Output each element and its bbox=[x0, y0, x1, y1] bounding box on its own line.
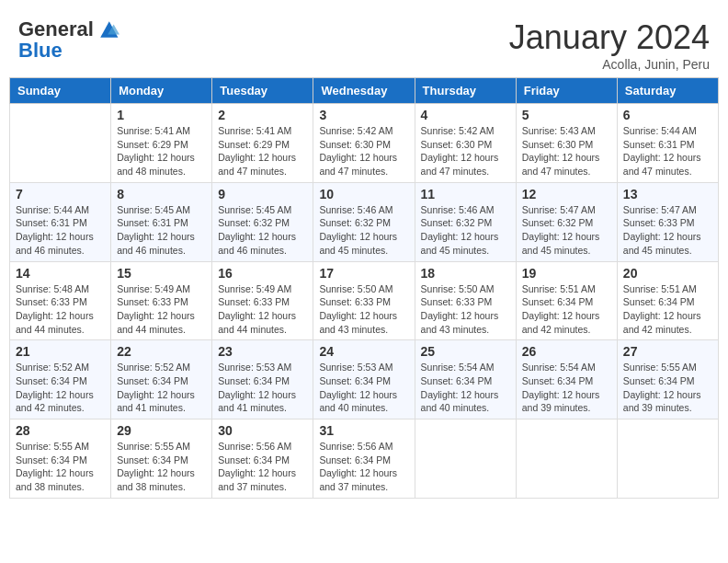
calendar-cell: 7 Sunrise: 5:44 AM Sunset: 6:31 PM Dayli… bbox=[10, 182, 111, 261]
calendar-cell: 3 Sunrise: 5:42 AM Sunset: 6:30 PM Dayli… bbox=[313, 104, 415, 183]
calendar-cell: 18 Sunrise: 5:50 AM Sunset: 6:33 PM Dayl… bbox=[415, 261, 516, 340]
day-header-sunday: Sunday bbox=[10, 78, 111, 104]
day-number: 13 bbox=[623, 187, 712, 201]
day-info: Sunrise: 5:51 AM Sunset: 6:34 PM Dayligh… bbox=[623, 283, 701, 335]
day-number: 7 bbox=[16, 187, 105, 201]
day-info: Sunrise: 5:55 AM Sunset: 6:34 PM Dayligh… bbox=[16, 441, 94, 492]
calendar-cell bbox=[617, 419, 718, 499]
day-number: 16 bbox=[218, 266, 307, 281]
day-info: Sunrise: 5:53 AM Sunset: 6:34 PM Dayligh… bbox=[319, 362, 397, 413]
day-info: Sunrise: 5:56 AM Sunset: 6:34 PM Dayligh… bbox=[218, 441, 296, 492]
day-info: Sunrise: 5:42 AM Sunset: 6:30 PM Dayligh… bbox=[421, 125, 499, 177]
calendar-cell: 1 Sunrise: 5:41 AM Sunset: 6:29 PM Dayli… bbox=[111, 104, 212, 183]
day-info: Sunrise: 5:45 AM Sunset: 6:31 PM Dayligh… bbox=[117, 204, 195, 256]
day-info: Sunrise: 5:50 AM Sunset: 6:33 PM Dayligh… bbox=[319, 283, 397, 335]
day-number: 31 bbox=[319, 423, 408, 438]
day-info: Sunrise: 5:49 AM Sunset: 6:33 PM Dayligh… bbox=[218, 283, 296, 335]
day-info: Sunrise: 5:47 AM Sunset: 6:33 PM Dayligh… bbox=[623, 204, 701, 256]
day-info: Sunrise: 5:48 AM Sunset: 6:33 PM Dayligh… bbox=[16, 283, 94, 335]
calendar-cell: 29 Sunrise: 5:55 AM Sunset: 6:34 PM Dayl… bbox=[111, 419, 212, 499]
calendar-cell bbox=[516, 419, 617, 499]
calendar-cell: 11 Sunrise: 5:46 AM Sunset: 6:32 PM Dayl… bbox=[415, 182, 516, 261]
day-number: 3 bbox=[319, 108, 408, 122]
calendar-cell: 20 Sunrise: 5:51 AM Sunset: 6:34 PM Dayl… bbox=[617, 261, 718, 340]
calendar-cell: 17 Sunrise: 5:50 AM Sunset: 6:33 PM Dayl… bbox=[313, 261, 415, 340]
day-number: 18 bbox=[421, 266, 510, 281]
day-number: 2 bbox=[218, 108, 307, 122]
logo-blue: Blue bbox=[18, 39, 63, 62]
day-number: 17 bbox=[319, 266, 408, 281]
calendar-cell: 28 Sunrise: 5:55 AM Sunset: 6:34 PM Dayl… bbox=[10, 419, 111, 499]
day-number: 29 bbox=[117, 423, 206, 438]
day-info: Sunrise: 5:41 AM Sunset: 6:29 PM Dayligh… bbox=[218, 125, 296, 177]
calendar-cell: 9 Sunrise: 5:45 AM Sunset: 6:32 PM Dayli… bbox=[212, 182, 313, 261]
calendar-cell: 25 Sunrise: 5:54 AM Sunset: 6:34 PM Dayl… bbox=[415, 340, 516, 419]
day-info: Sunrise: 5:55 AM Sunset: 6:34 PM Dayligh… bbox=[623, 362, 701, 413]
calendar-cell: 23 Sunrise: 5:53 AM Sunset: 6:34 PM Dayl… bbox=[212, 340, 313, 419]
calendar-table: SundayMondayTuesdayWednesdayThursdayFrid… bbox=[9, 77, 719, 499]
logo-general: General bbox=[18, 19, 94, 40]
logo-icon bbox=[97, 18, 119, 40]
calendar-cell: 5 Sunrise: 5:43 AM Sunset: 6:30 PM Dayli… bbox=[516, 104, 617, 183]
day-header-monday: Monday bbox=[111, 78, 212, 104]
calendar-cell: 6 Sunrise: 5:44 AM Sunset: 6:31 PM Dayli… bbox=[617, 104, 718, 183]
calendar-cell: 4 Sunrise: 5:42 AM Sunset: 6:30 PM Dayli… bbox=[415, 104, 516, 183]
calendar-cell: 10 Sunrise: 5:46 AM Sunset: 6:32 PM Dayl… bbox=[313, 182, 415, 261]
day-number: 15 bbox=[117, 266, 206, 281]
day-header-friday: Friday bbox=[516, 78, 617, 104]
day-header-saturday: Saturday bbox=[617, 78, 718, 104]
day-number: 14 bbox=[16, 266, 105, 281]
day-info: Sunrise: 5:51 AM Sunset: 6:34 PM Dayligh… bbox=[522, 283, 600, 335]
day-info: Sunrise: 5:42 AM Sunset: 6:30 PM Dayligh… bbox=[319, 125, 397, 177]
day-number: 20 bbox=[623, 266, 712, 281]
day-number: 27 bbox=[623, 344, 712, 359]
day-number: 6 bbox=[623, 108, 712, 122]
day-info: Sunrise: 5:45 AM Sunset: 6:32 PM Dayligh… bbox=[218, 204, 296, 256]
day-number: 1 bbox=[117, 108, 206, 122]
calendar-cell: 13 Sunrise: 5:47 AM Sunset: 6:33 PM Dayl… bbox=[617, 182, 718, 261]
calendar-cell: 2 Sunrise: 5:41 AM Sunset: 6:29 PM Dayli… bbox=[212, 104, 313, 183]
day-number: 11 bbox=[421, 187, 510, 201]
calendar-cell: 27 Sunrise: 5:55 AM Sunset: 6:34 PM Dayl… bbox=[617, 340, 718, 419]
day-number: 30 bbox=[218, 423, 307, 438]
day-info: Sunrise: 5:43 AM Sunset: 6:30 PM Dayligh… bbox=[522, 125, 600, 177]
day-number: 12 bbox=[522, 187, 611, 201]
day-info: Sunrise: 5:55 AM Sunset: 6:34 PM Dayligh… bbox=[117, 441, 195, 492]
day-info: Sunrise: 5:49 AM Sunset: 6:33 PM Dayligh… bbox=[117, 283, 195, 335]
day-info: Sunrise: 5:52 AM Sunset: 6:34 PM Dayligh… bbox=[16, 362, 94, 413]
logo: General Blue bbox=[18, 18, 119, 61]
day-info: Sunrise: 5:53 AM Sunset: 6:34 PM Dayligh… bbox=[218, 362, 296, 413]
day-number: 19 bbox=[522, 266, 611, 281]
day-header-wednesday: Wednesday bbox=[313, 78, 415, 104]
day-info: Sunrise: 5:46 AM Sunset: 6:32 PM Dayligh… bbox=[421, 204, 499, 256]
day-number: 26 bbox=[522, 344, 611, 359]
day-info: Sunrise: 5:47 AM Sunset: 6:32 PM Dayligh… bbox=[522, 204, 600, 256]
day-info: Sunrise: 5:50 AM Sunset: 6:33 PM Dayligh… bbox=[421, 283, 499, 335]
day-number: 22 bbox=[117, 344, 206, 359]
title-section: January 2024 Acolla, Junin, Peru bbox=[509, 18, 710, 72]
day-number: 4 bbox=[421, 108, 510, 122]
day-number: 28 bbox=[16, 423, 105, 438]
calendar-cell: 31 Sunrise: 5:56 AM Sunset: 6:34 PM Dayl… bbox=[313, 419, 415, 499]
month-title: January 2024 bbox=[509, 18, 710, 57]
day-info: Sunrise: 5:44 AM Sunset: 6:31 PM Dayligh… bbox=[623, 125, 701, 177]
day-number: 21 bbox=[16, 344, 105, 359]
day-info: Sunrise: 5:44 AM Sunset: 6:31 PM Dayligh… bbox=[16, 204, 94, 256]
day-info: Sunrise: 5:41 AM Sunset: 6:29 PM Dayligh… bbox=[117, 125, 195, 177]
calendar-cell: 21 Sunrise: 5:52 AM Sunset: 6:34 PM Dayl… bbox=[10, 340, 111, 419]
calendar-cell: 26 Sunrise: 5:54 AM Sunset: 6:34 PM Dayl… bbox=[516, 340, 617, 419]
day-info: Sunrise: 5:46 AM Sunset: 6:32 PM Dayligh… bbox=[319, 204, 397, 256]
day-number: 25 bbox=[421, 344, 510, 359]
calendar-cell bbox=[415, 419, 516, 499]
calendar-cell: 30 Sunrise: 5:56 AM Sunset: 6:34 PM Dayl… bbox=[212, 419, 313, 499]
day-info: Sunrise: 5:52 AM Sunset: 6:34 PM Dayligh… bbox=[117, 362, 195, 413]
page-header: General Blue January 2024 Acolla, Junin,… bbox=[9, 9, 719, 77]
calendar-cell: 12 Sunrise: 5:47 AM Sunset: 6:32 PM Dayl… bbox=[516, 182, 617, 261]
calendar-cell: 16 Sunrise: 5:49 AM Sunset: 6:33 PM Dayl… bbox=[212, 261, 313, 340]
day-number: 10 bbox=[319, 187, 408, 201]
day-number: 23 bbox=[218, 344, 307, 359]
day-header-tuesday: Tuesday bbox=[212, 78, 313, 104]
calendar-cell: 22 Sunrise: 5:52 AM Sunset: 6:34 PM Dayl… bbox=[111, 340, 212, 419]
day-info: Sunrise: 5:56 AM Sunset: 6:34 PM Dayligh… bbox=[319, 441, 397, 492]
calendar-cell: 14 Sunrise: 5:48 AM Sunset: 6:33 PM Dayl… bbox=[10, 261, 111, 340]
